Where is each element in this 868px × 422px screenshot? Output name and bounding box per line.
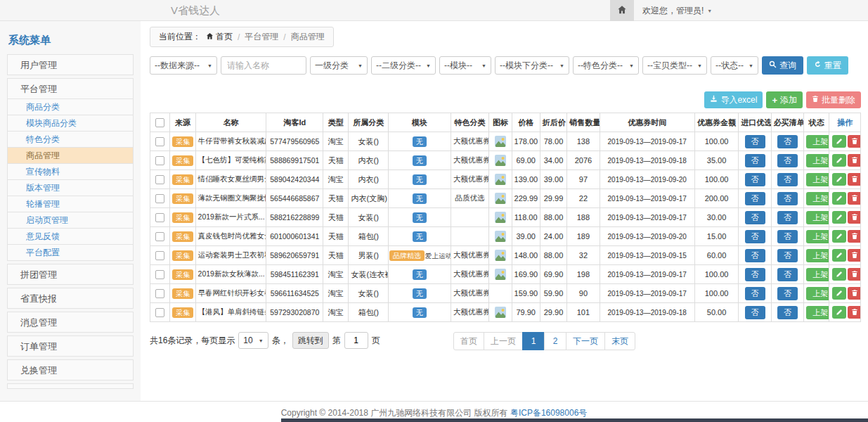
delete-button[interactable] [848,287,860,300]
sidebar-item[interactable]: 意见反馈 [7,228,134,245]
edit-button[interactable] [832,135,846,148]
edit-button[interactable] [832,306,846,319]
row-checkbox[interactable] [155,175,164,184]
sidebar-item[interactable]: 平台配置 [7,244,134,261]
delete-button[interactable] [848,173,860,186]
row-checkbox[interactable] [155,156,164,165]
status-button[interactable]: 上架 [806,211,829,224]
search-button[interactable]: 查询 [762,56,803,75]
add-button[interactable]: + 添加 [766,91,803,108]
import-preferred-toggle[interactable]: 否 [745,192,765,205]
edit-button[interactable] [832,173,846,186]
row-checkbox[interactable] [155,308,164,317]
must-buy-toggle[interactable]: 否 [777,268,798,281]
import-preferred-toggle[interactable]: 否 [745,211,765,224]
must-buy-toggle[interactable]: 否 [777,306,798,319]
page-size-select[interactable]: 10 ▼ [238,332,268,349]
sidebar-item[interactable]: 特色分类 [7,131,134,148]
must-buy-toggle[interactable]: 否 [777,230,798,243]
status-button[interactable]: 上架 [806,249,829,262]
import-preferred-toggle[interactable]: 否 [745,173,765,186]
must-buy-toggle[interactable]: 否 [777,192,798,205]
row-checkbox[interactable] [155,137,164,146]
import-preferred-toggle[interactable]: 否 [745,154,765,167]
import-preferred-toggle[interactable]: 否 [745,230,765,243]
edit-button[interactable] [832,249,846,262]
delete-button[interactable] [848,268,860,281]
import-preferred-toggle[interactable]: 否 [745,306,765,319]
icp-link[interactable]: 粤ICP备16098006号 [510,408,587,418]
sidebar-item[interactable]: 版本管理 [7,179,134,196]
page-button[interactable]: 2 [544,332,566,350]
status-button[interactable]: 上架 [806,173,829,186]
filter-select[interactable]: --数据来源--▼ [150,56,217,75]
delete-button[interactable] [848,154,860,167]
delete-button[interactable] [848,306,860,319]
must-buy-toggle[interactable]: 否 [777,154,798,167]
page-button[interactable]: 下一页 [566,332,605,350]
edit-button[interactable] [832,192,846,205]
batch-delete-button[interactable]: 批量删除 [806,91,861,108]
edit-button[interactable] [832,211,846,224]
row-checkbox[interactable] [155,289,164,298]
row-checkbox[interactable] [155,194,164,203]
delete-button[interactable] [848,211,860,224]
edit-button[interactable] [832,154,846,167]
breadcrumb-home-link[interactable]: 首页 [206,31,233,43]
must-buy-toggle[interactable]: 否 [777,287,798,300]
page-button[interactable]: 1 [522,332,545,350]
jump-button[interactable]: 跳转到 [292,332,329,349]
filter-select[interactable]: --模块下分类--▼ [495,56,569,75]
row-checkbox[interactable] [155,213,164,222]
sidebar-item[interactable]: 订单管理 [7,335,134,357]
must-buy-toggle[interactable]: 否 [777,173,798,186]
delete-button[interactable] [848,135,860,148]
page-button[interactable]: 首页 [453,332,484,350]
row-checkbox[interactable] [155,232,164,241]
breadcrumb-item[interactable]: 平台管理 [245,31,278,43]
sidebar-item[interactable]: 模块商品分类 [7,115,134,132]
sidebar-item[interactable]: 商品管理 [7,147,134,164]
must-buy-toggle[interactable]: 否 [777,211,798,224]
row-checkbox[interactable] [155,270,164,279]
filter-select[interactable]: 一级分类▼ [310,56,368,75]
home-button[interactable] [610,0,634,21]
page-button[interactable]: 末页 [604,332,635,350]
sidebar-item[interactable]: 平台管理 [7,78,134,99]
filter-select[interactable]: --模块--▼ [439,56,491,75]
status-button[interactable]: 上架 [806,287,829,300]
edit-button[interactable] [832,287,846,300]
status-button[interactable]: 上架 [806,192,829,205]
sidebar-item[interactable]: 兑换管理 [7,359,134,381]
name-filter-input[interactable] [221,56,306,75]
must-buy-toggle[interactable]: 否 [777,135,798,148]
import-preferred-toggle[interactable]: 否 [745,287,765,300]
sidebar-item[interactable]: 商品分类 [7,98,134,115]
user-menu[interactable]: 欢迎您，管理员! ▼ [634,5,720,17]
import-excel-button[interactable]: 导入excel [704,91,763,108]
edit-button[interactable] [832,230,846,243]
sidebar-item[interactable]: 拼团管理 [7,264,134,285]
import-preferred-toggle[interactable]: 否 [745,268,765,281]
jump-page-input[interactable] [344,332,368,349]
must-buy-toggle[interactable]: 否 [777,249,798,262]
sidebar-item[interactable]: 启动页管理 [7,212,134,229]
filter-select[interactable]: --二级分类--▼ [371,56,436,75]
delete-button[interactable] [848,249,860,262]
filter-select[interactable]: --宝贝类型--▼ [642,56,707,75]
sidebar-item[interactable]: 消息管理 [7,312,134,333]
status-button[interactable]: 上架 [806,154,829,167]
sidebar-item[interactable]: 宣传物料 [7,163,134,180]
filter-select[interactable]: --特色分类--▼ [573,56,639,75]
import-preferred-toggle[interactable]: 否 [745,249,765,262]
row-checkbox[interactable] [155,251,164,260]
sidebar-item[interactable]: 轮播管理 [7,196,134,212]
select-all-checkbox[interactable] [155,118,164,127]
import-preferred-toggle[interactable]: 否 [745,135,765,148]
status-button[interactable]: 上架 [806,135,829,148]
status-button[interactable]: 上架 [806,306,829,319]
delete-button[interactable] [848,192,860,205]
filter-select[interactable]: --状态--▼ [711,56,758,75]
reset-button[interactable]: 重置 [807,56,848,75]
status-button[interactable]: 上架 [806,230,829,243]
